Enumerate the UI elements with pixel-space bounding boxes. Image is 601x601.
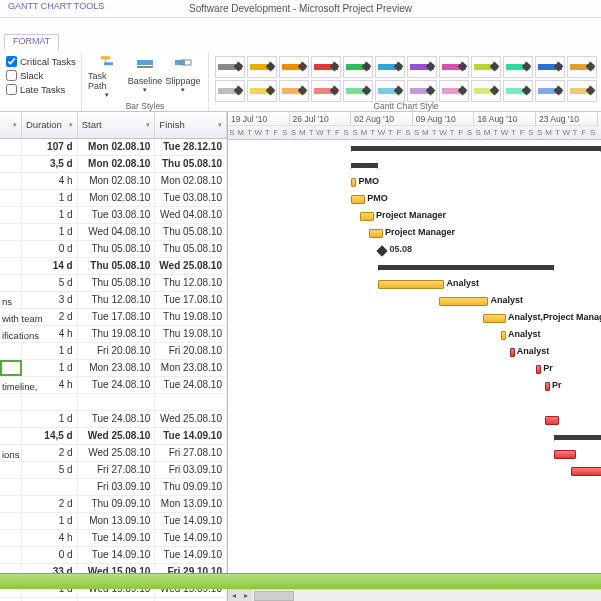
col-duration[interactable]: Duration▾ — [22, 112, 78, 138]
table-row[interactable]: 4 hTue 24.08.10Tue 24.08.10 — [0, 377, 227, 394]
cell-duration[interactable]: 5 d — [22, 275, 78, 291]
style-swatch[interactable] — [407, 56, 437, 78]
cell-start[interactable]: Wed 25.08.10 — [78, 445, 156, 461]
cell-duration[interactable]: 1 d — [22, 224, 78, 240]
cell-finish[interactable]: Tue 14.09.10 — [155, 530, 227, 546]
cell-start[interactable]: Mon 02.08.10 — [78, 173, 156, 189]
cell-start[interactable]: Wed 25.08.10 — [78, 428, 156, 444]
gantt-chart[interactable]: 19 Jul '1026 Jul '1002 Aug '1009 Aug '10… — [228, 112, 601, 601]
cell-start[interactable]: Tue 17.08.10 — [78, 309, 156, 325]
table-row[interactable]: 3,5 dMon 02.08.10Thu 05.08.10 — [0, 156, 227, 173]
gantt-bar[interactable]: Project Manager — [360, 212, 374, 221]
gantt-bar[interactable] — [554, 435, 601, 440]
cell-duration[interactable]: 4 h — [22, 173, 78, 189]
scroll-right-arrow[interactable]: ▸ — [240, 590, 252, 601]
table-row[interactable]: Fri 03.09.10Thu 09.09.10 — [0, 479, 227, 496]
cell-start[interactable]: Tue 14.09.10 — [78, 530, 156, 546]
gantt-bar[interactable]: Pr — [536, 365, 541, 374]
table-row[interactable]: 5 dThu 05.08.10Thu 12.08.10 — [0, 275, 227, 292]
gantt-bar[interactable] — [378, 265, 554, 270]
table-row[interactable]: 1 dTue 03.08.10Wed 04.08.10 — [0, 207, 227, 224]
horizontal-scrollbar[interactable]: ◂ ▸ — [228, 589, 601, 601]
gantt-bar[interactable] — [351, 163, 377, 168]
table-row[interactable]: 4 hThu 19.08.10Thu 19.08.10 — [0, 326, 227, 343]
cell-start[interactable]: Thu 05.08.10 — [78, 258, 156, 274]
style-gallery[interactable] — [215, 54, 597, 102]
style-swatch[interactable] — [215, 80, 245, 102]
style-swatch[interactable] — [279, 56, 309, 78]
table-row[interactable] — [0, 394, 227, 411]
gantt-bar[interactable]: Project Manager — [369, 229, 383, 238]
table-row[interactable]: 107 dMon 02.08.10Tue 28.12.10 — [0, 139, 227, 156]
cell-duration[interactable]: 2 d — [22, 309, 78, 325]
style-swatch[interactable] — [279, 80, 309, 102]
style-swatch[interactable] — [535, 80, 565, 102]
cell-start[interactable]: Thu 12.08.10 — [78, 292, 156, 308]
table-row[interactable]: 5 dFri 27.08.10Fri 03.09.10 — [0, 462, 227, 479]
table-row[interactable]: 2 dWed 25.08.10Fri 27.08.10 — [0, 445, 227, 462]
cell-finish[interactable]: Fri 20.08.10 — [155, 343, 227, 359]
gantt-bar[interactable]: Analyst — [501, 331, 506, 340]
tab-format[interactable]: FORMAT — [4, 34, 59, 50]
cell-start[interactable]: Wed 04.08.10 — [78, 224, 156, 240]
scroll-thumb[interactable] — [254, 591, 294, 601]
scroll-left-arrow[interactable]: ◂ — [228, 590, 240, 601]
cell-finish[interactable]: Tue 28.12.10 — [155, 139, 227, 155]
gantt-bar[interactable]: Analyst — [510, 348, 515, 357]
grid-body[interactable]: 107 dMon 02.08.10Tue 28.12.103,5 dMon 02… — [0, 139, 227, 601]
style-swatch[interactable] — [407, 80, 437, 102]
table-row[interactable]: 1 dMon 13.09.10Tue 14.09.10 — [0, 513, 227, 530]
cell-finish[interactable]: Wed 25.08.10 — [155, 411, 227, 427]
table-row[interactable]: 1 dWed 04.08.10Thu 05.08.10 — [0, 224, 227, 241]
cell-duration[interactable]: 1 d — [22, 360, 78, 376]
milestone-icon[interactable] — [376, 245, 387, 256]
style-swatch[interactable] — [311, 56, 341, 78]
cell-duration[interactable]: 1 d — [22, 190, 78, 206]
cell-finish[interactable]: Fri 03.09.10 — [155, 462, 227, 478]
cell-duration[interactable]: 2 d — [22, 496, 78, 512]
cell-duration[interactable]: 1 d — [22, 343, 78, 359]
table-row[interactable]: 0 dTue 14.09.10Tue 14.09.10 — [0, 547, 227, 564]
cell-duration[interactable]: 1 d — [22, 513, 78, 529]
table-row[interactable]: 1 dWed 15.09.10Wed 15.09.10 — [0, 598, 227, 601]
cell-duration[interactable]: 1 d — [22, 411, 78, 427]
gantt-bar[interactable]: Analyst,Project Manag — [483, 314, 506, 323]
table-row[interactable]: 1 dTue 24.08.10Wed 25.08.10 — [0, 411, 227, 428]
style-swatch[interactable] — [343, 56, 373, 78]
style-swatch[interactable] — [215, 56, 245, 78]
gantt-bar[interactable] — [351, 146, 601, 151]
task-grid[interactable]: ▾ Duration▾ Start▾ Finish▾ 107 dMon 02.0… — [0, 112, 228, 601]
table-row[interactable]: 0 dThu 05.08.10Thu 05.08.10 — [0, 241, 227, 258]
cell-start[interactable]: Mon 13.09.10 — [78, 513, 156, 529]
cell-start[interactable] — [78, 394, 156, 410]
table-row[interactable]: 2 dThu 09.09.10Mon 13.09.10 — [0, 496, 227, 513]
cell-duration[interactable]: 14,5 d — [22, 428, 78, 444]
style-swatch[interactable] — [343, 80, 373, 102]
table-row[interactable]: 4 hTue 14.09.10Tue 14.09.10 — [0, 530, 227, 547]
cell-finish[interactable]: Mon 02.08.10 — [155, 173, 227, 189]
cell-duration[interactable]: 3 d — [22, 292, 78, 308]
cell-start[interactable]: Fri 03.09.10 — [78, 479, 156, 495]
gantt-bar[interactable]: PMO — [351, 195, 365, 204]
check-slack[interactable]: Slack — [6, 68, 75, 82]
gantt-bar[interactable] — [545, 416, 559, 425]
gantt-bar[interactable]: Pr — [545, 382, 550, 391]
cell-finish[interactable]: Tue 14.09.10 — [155, 428, 227, 444]
style-swatch[interactable] — [439, 80, 469, 102]
col-start[interactable]: Start▾ — [78, 112, 156, 138]
cell-finish[interactable]: Thu 05.08.10 — [155, 156, 227, 172]
table-row[interactable]: 14 dThu 05.08.10Wed 25.08.10 — [0, 258, 227, 275]
cell-finish[interactable]: Wed 04.08.10 — [155, 207, 227, 223]
cell-duration[interactable]: 2 d — [22, 445, 78, 461]
style-swatch[interactable] — [247, 56, 277, 78]
style-swatch[interactable] — [311, 80, 341, 102]
check-late[interactable]: Late Tasks — [6, 82, 75, 96]
cell-finish[interactable]: Thu 09.09.10 — [155, 479, 227, 495]
cell-finish[interactable]: Thu 12.08.10 — [155, 275, 227, 291]
cell-duration[interactable]: 5 d — [22, 462, 78, 478]
table-row[interactable]: 2 dTue 17.08.10Thu 19.08.10 — [0, 309, 227, 326]
cell-start[interactable]: Fri 27.08.10 — [78, 462, 156, 478]
cell-start[interactable]: Mon 02.08.10 — [78, 156, 156, 172]
cell-start[interactable]: Tue 24.08.10 — [78, 377, 156, 393]
cell-duration[interactable]: 1 d — [22, 207, 78, 223]
